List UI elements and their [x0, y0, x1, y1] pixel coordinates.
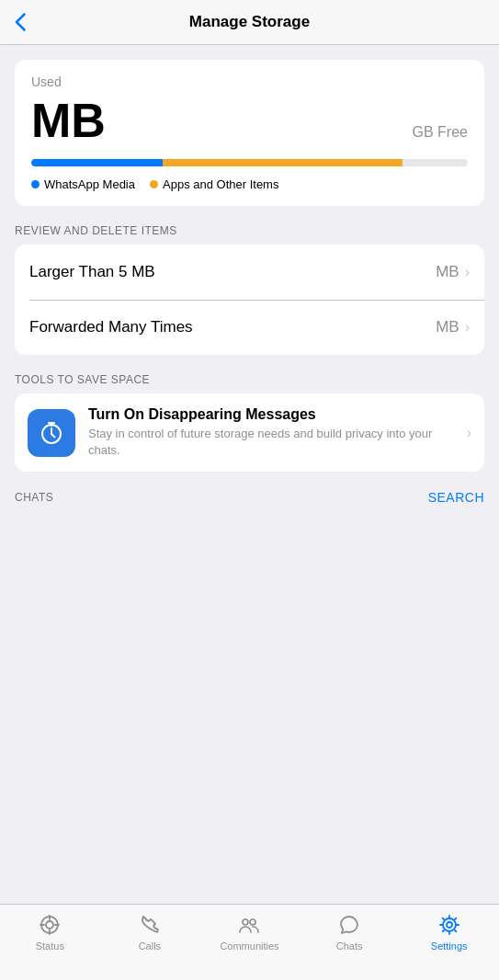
storage-legend: WhatsApp Media Apps and Other Items: [31, 177, 468, 191]
review-list-card: Larger Than 5 MB MB › Forwarded Many Tim…: [15, 245, 484, 355]
whatsapp-legend-label: WhatsApp Media: [44, 177, 135, 191]
tab-chats-label: Chats: [336, 940, 363, 952]
tools-card: Turn On Disappearing Messages Stay in co…: [15, 393, 484, 472]
storage-used-label: Used: [31, 74, 468, 89]
tab-communities[interactable]: Communities: [212, 912, 286, 952]
status-icon: [37, 912, 62, 938]
review-section-label: REVIEW AND DELETE ITEMS: [15, 224, 484, 237]
svg-point-2: [46, 921, 53, 929]
larger-than-label: Larger Than 5 MB: [29, 263, 155, 281]
tools-chevron-icon: ›: [467, 425, 471, 441]
content-area: Used MB GB Free WhatsApp Media Apps and …: [0, 45, 499, 523]
settings-icon: [437, 912, 462, 938]
forwarded-right: MB ›: [436, 318, 470, 336]
svg-point-7: [243, 919, 248, 925]
tab-bar: Status Calls Communities Chats: [0, 904, 499, 980]
storage-bar-whatsapp: [31, 159, 163, 166]
list-item-forwarded[interactable]: Forwarded Many Times MB ›: [15, 300, 484, 355]
storage-card: Used MB GB Free WhatsApp Media Apps and …: [15, 60, 484, 206]
tab-chats[interactable]: Chats: [312, 912, 386, 952]
header: Manage Storage: [0, 0, 499, 45]
storage-bar: [31, 159, 468, 166]
disappearing-messages-icon-wrap: [28, 409, 75, 457]
larger-than-right: MB ›: [436, 263, 470, 281]
larger-than-value: MB: [436, 263, 459, 281]
chats-section-label: CHATS: [15, 491, 53, 504]
tab-settings-label: Settings: [431, 940, 468, 952]
tools-subtitle: Stay in control of future storage needs …: [88, 426, 454, 459]
tab-calls-label: Calls: [139, 940, 161, 952]
chevron-right-icon: ›: [465, 264, 470, 280]
whatsapp-dot: [31, 180, 40, 188]
list-item-larger[interactable]: Larger Than 5 MB MB ›: [15, 245, 484, 300]
communities-icon: [236, 912, 262, 938]
chevron-right-icon-2: ›: [465, 319, 470, 336]
tools-row[interactable]: Turn On Disappearing Messages Stay in co…: [15, 393, 484, 472]
chats-icon: [336, 912, 362, 938]
tools-section-label: TOOLS TO SAVE SPACE: [15, 373, 484, 386]
svg-point-8: [250, 919, 255, 925]
tab-status[interactable]: Status: [13, 912, 86, 952]
storage-mb-value: MB: [31, 93, 106, 148]
calls-icon: [137, 912, 163, 938]
apps-legend-label: Apps and Other Items: [163, 177, 278, 191]
forwarded-label: Forwarded Many Times: [29, 318, 193, 336]
apps-dot: [150, 180, 158, 188]
chats-section-header: CHATS SEARCH: [0, 490, 499, 505]
chats-search-button[interactable]: SEARCH: [428, 490, 484, 505]
tools-title: Turn On Disappearing Messages: [88, 406, 454, 423]
svg-point-9: [447, 922, 452, 928]
tools-text: Turn On Disappearing Messages Stay in co…: [88, 406, 454, 459]
legend-apps: Apps and Other Items: [150, 177, 278, 191]
forwarded-value: MB: [436, 318, 459, 336]
legend-whatsapp: WhatsApp Media: [31, 177, 135, 191]
tab-calls[interactable]: Calls: [113, 912, 187, 952]
page-title: Manage Storage: [189, 13, 310, 31]
tab-settings[interactable]: Settings: [413, 912, 486, 952]
storage-numbers: MB GB Free: [31, 93, 468, 148]
tab-communities-label: Communities: [220, 940, 278, 952]
back-button[interactable]: [15, 13, 26, 31]
storage-gb-free-value: GB Free: [413, 124, 468, 141]
storage-bar-apps: [163, 159, 403, 166]
tab-status-label: Status: [36, 940, 64, 952]
